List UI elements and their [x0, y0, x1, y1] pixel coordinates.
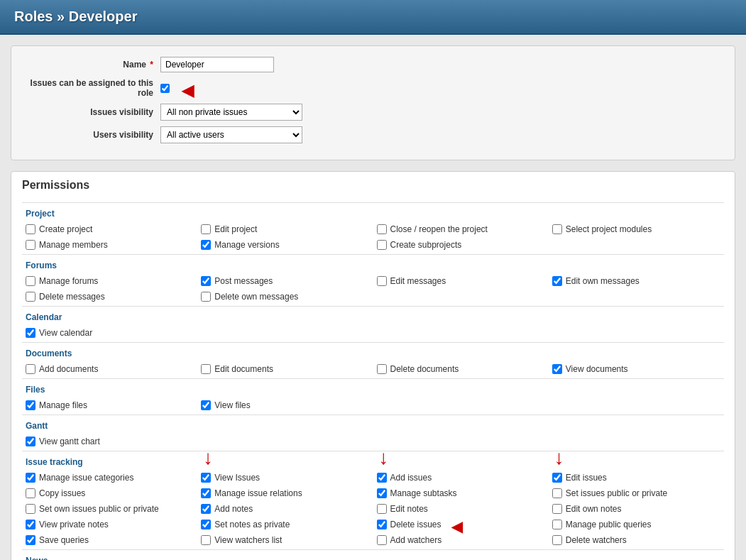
perm-manage-members: Manage members: [22, 238, 197, 251]
perm-view-issues: ↓ View Issues: [197, 471, 373, 484]
assignable-checkbox-wrapper: ◀: [160, 84, 170, 93]
perm-set-notes-private: Set notes as private: [197, 518, 373, 531]
perm-edit-messages: Edit messages: [373, 275, 549, 287]
name-input[interactable]: [160, 57, 274, 72]
arrow-right-icon: ◀: [182, 82, 194, 100]
perm-forums-empty2: [549, 290, 724, 303]
issue-tracking-permissions-grid: Manage issue categories ↓ View Issues ↓ …: [22, 471, 724, 547]
perm-calendar-empty2: [373, 326, 549, 339]
calendar-permissions-grid: View calendar: [22, 326, 724, 339]
perm-delete-issues: Delete issues ◀: [373, 518, 549, 531]
name-label: Name *: [26, 60, 153, 70]
perm-edit-project: Edit project: [197, 223, 373, 236]
perm-add-issues: ↓ Add issues: [373, 471, 549, 484]
perm-edit-notes: Edit notes: [373, 503, 549, 515]
page-title: Roles » Developer: [14, 9, 732, 25]
project-permissions-grid: Create project Edit project Close / reop…: [22, 223, 724, 251]
perm-edit-own-messages: Edit own messages: [549, 275, 724, 287]
perm-view-documents: View documents: [549, 363, 724, 375]
perm-add-notes: Add notes: [197, 503, 373, 515]
perm-forums-empty1: [373, 290, 549, 303]
category-news: News: [22, 549, 724, 560]
perm-view-watchers-list: View watchers list: [197, 534, 373, 547]
perm-files-empty1: [373, 399, 549, 412]
assignable-label: Issues can be assigned to this role: [26, 78, 153, 98]
category-gantt-label: Gantt: [22, 421, 724, 431]
perm-set-own-issues-public: Set own issues public or private: [22, 503, 197, 515]
perm-edit-issues: ↓ Edit issues: [549, 471, 724, 484]
category-documents-label: Documents: [22, 348, 724, 358]
perm-create-subprojects: Create subprojects: [373, 238, 549, 251]
perm-delete-own-messages: Delete own messages: [197, 290, 373, 303]
perm-manage-public-queries: Manage public queries: [549, 518, 724, 531]
perm-view-calendar: View calendar: [22, 326, 197, 339]
perm-manage-forums: Manage forums: [22, 275, 197, 287]
name-row: Name *: [26, 57, 720, 72]
perm-post-messages: Post messages: [197, 275, 373, 287]
perm-add-documents: Add documents: [22, 363, 197, 375]
page-header: Roles » Developer: [0, 0, 746, 35]
users-visibility-label: Users visibility: [26, 130, 153, 140]
category-calendar: Calendar View calendar: [22, 306, 724, 342]
perm-view-private-notes: View private notes: [22, 518, 197, 531]
permissions-title: Permissions: [22, 179, 724, 195]
perm-files-empty2: [549, 399, 724, 412]
category-forums: Forums Manage forums Post messages Edit …: [22, 254, 724, 306]
category-project-label: Project: [22, 209, 724, 219]
issues-visibility-select[interactable]: All non private issues Issues created by…: [160, 104, 302, 121]
perm-edit-own-notes: Edit own notes: [549, 503, 724, 515]
category-issue-tracking-label: Issue tracking: [22, 457, 724, 467]
perm-delete-watchers: Delete watchers: [549, 534, 724, 547]
perm-manage-issue-relations: Manage issue relations: [197, 487, 373, 500]
category-news-label: News: [22, 556, 724, 560]
category-forums-label: Forums: [22, 260, 724, 270]
perm-manage-files: Manage files: [22, 399, 197, 412]
issues-visibility-row: Issues visibility All non private issues…: [26, 104, 720, 121]
perm-add-watchers: Add watchers: [373, 534, 549, 547]
category-calendar-label: Calendar: [22, 312, 724, 322]
category-documents: Documents Add documents Edit documents D…: [22, 342, 724, 378]
permissions-section: Permissions Project Create project Edit …: [11, 171, 735, 560]
role-form: Name * Issues can be assigned to this ro…: [11, 45, 735, 160]
perm-gantt-empty1: [197, 435, 373, 448]
perm-delete-messages: Delete messages: [22, 290, 197, 303]
perm-view-gantt: View gantt chart: [22, 435, 197, 448]
perm-edit-documents: Edit documents: [197, 363, 373, 375]
arrow-left-delete-issues: ◀: [451, 518, 462, 535]
assignable-row: Issues can be assigned to this role ◀: [26, 78, 720, 98]
perm-close-project: Close / reopen the project: [373, 223, 549, 236]
perm-gantt-empty2: [373, 435, 549, 448]
files-permissions-grid: Manage files View files: [22, 399, 724, 412]
perm-set-issues-public: Set issues public or private: [549, 487, 724, 500]
category-issue-tracking: Issue tracking Manage issue categories ↓…: [22, 451, 724, 549]
perm-create-project: Create project: [22, 223, 197, 236]
category-gantt: Gantt View gantt chart: [22, 414, 724, 451]
perm-delete-documents: Delete documents: [373, 363, 549, 375]
perm-calendar-empty1: [197, 326, 373, 339]
category-files: Files Manage files View files: [22, 378, 724, 414]
perm-calendar-empty3: [549, 326, 724, 339]
documents-permissions-grid: Add documents Edit documents Delete docu…: [22, 363, 724, 375]
category-files-label: Files: [22, 385, 724, 395]
perm-gantt-empty3: [549, 435, 724, 448]
issues-visibility-label: Issues visibility: [26, 107, 153, 117]
perm-view-files: View files: [197, 399, 373, 412]
assignable-checkbox[interactable]: [160, 84, 170, 93]
perm-copy-issues: Copy issues: [22, 487, 197, 500]
perm-project-empty: [549, 238, 724, 251]
perm-save-queries: Save queries: [22, 534, 197, 547]
gantt-permissions-grid: View gantt chart: [22, 435, 724, 448]
perm-manage-versions: Manage versions: [197, 238, 373, 251]
perm-manage-subtasks: Manage subtasks: [373, 487, 549, 500]
users-visibility-select[interactable]: All active users Members of visible proj…: [160, 126, 302, 143]
users-visibility-row: Users visibility All active users Member…: [26, 126, 720, 143]
perm-select-modules: Select project modules: [549, 223, 724, 236]
perm-manage-issue-categories: Manage issue categories: [22, 471, 197, 484]
forums-permissions-grid: Manage forums Post messages Edit message…: [22, 275, 724, 303]
category-project: Project Create project Edit project Clos…: [22, 202, 724, 254]
